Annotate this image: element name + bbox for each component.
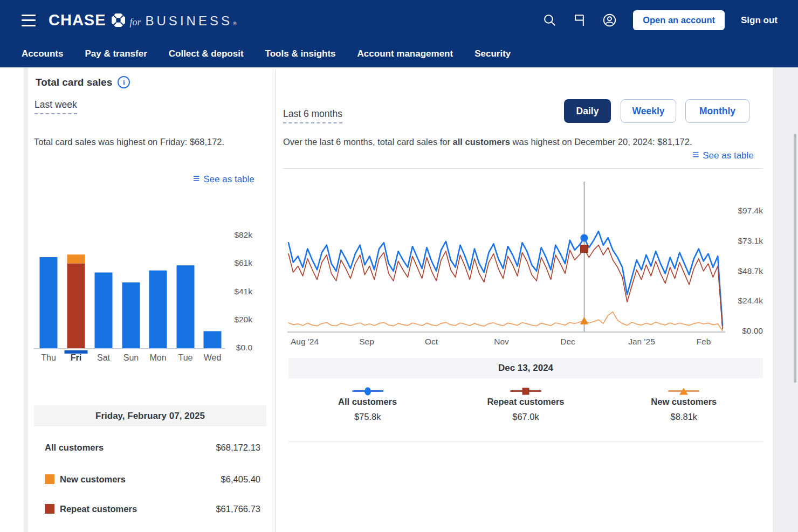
selected-date-band: Dec 13, 2024 xyxy=(288,358,763,378)
legend-item-new-customers: New customers $8.81k xyxy=(605,378,763,441)
open-an-account-button[interactable]: Open an account xyxy=(633,10,725,30)
chart-top-divider xyxy=(283,168,763,169)
bar-axis-label-sun: Sun xyxy=(116,353,146,363)
new-customers-line-marker-icon xyxy=(668,390,699,392)
table-row-repeat-customers: Repeat customers $61,766.73 xyxy=(34,502,266,515)
sign-out-link[interactable]: Sign out xyxy=(741,15,778,26)
legend-item-all-customers: All customers $75.8k xyxy=(288,378,446,441)
chase-business-dashboard: CHASE for BUSINESS ® xyxy=(0,0,798,532)
page-left-edge xyxy=(24,67,28,532)
panel-divider xyxy=(275,70,276,532)
right-period-label[interactable]: Last 6 months xyxy=(283,108,342,123)
repeat-customers-swatch xyxy=(45,504,54,514)
line-ytick: $73.1k xyxy=(725,236,763,246)
bar-ytick: $82k xyxy=(215,230,252,240)
detail-table-header: Friday, February 07, 2025 xyxy=(34,405,266,426)
chase-for-business-logo[interactable]: CHASE for BUSINESS ® xyxy=(49,11,237,29)
left-period-label[interactable]: Last week xyxy=(35,99,77,114)
bar-mon xyxy=(149,271,167,348)
menu-button[interactable] xyxy=(22,15,36,26)
toggle-monthly[interactable]: Monthly xyxy=(685,99,749,123)
chase-wordmark: CHASE xyxy=(49,11,106,29)
page-title: Total card sales xyxy=(36,77,112,88)
line-xtick: Dec xyxy=(545,337,590,347)
bar-sat xyxy=(95,273,113,348)
line-ytick: $0.00 xyxy=(725,326,763,336)
line-xtick: Feb xyxy=(681,337,726,347)
bar-axis-label-fri: Fri xyxy=(61,353,91,363)
search-icon xyxy=(543,13,556,27)
flag-icon xyxy=(573,13,586,27)
table-list-icon xyxy=(193,174,200,185)
nav-item-security[interactable]: Security xyxy=(474,49,511,59)
legend-value: $8.81k xyxy=(671,412,698,422)
bar-axis-label-wed: Wed xyxy=(198,353,227,363)
bar-ytick: $61k xyxy=(215,258,252,268)
line-xtick: Sep xyxy=(344,337,389,347)
series-all xyxy=(288,231,723,325)
nav-item-pay-transfer[interactable]: Pay & transfer xyxy=(85,49,147,59)
legend-item-repeat-customers: Repeat customers $67.0k xyxy=(446,378,604,441)
line-ytick: $97.4k xyxy=(725,206,763,216)
bar-tue xyxy=(177,265,195,348)
repeat-customers-line-marker-icon xyxy=(510,390,541,392)
bar-fri-repeat xyxy=(67,264,85,348)
search-button[interactable] xyxy=(540,10,560,30)
alerts-flag-button[interactable] xyxy=(569,10,589,30)
chart-legend: All customers $75.8k Repeat customers $6… xyxy=(288,378,763,441)
line-xtick: Oct xyxy=(409,337,454,347)
line-ytick: $48.7k xyxy=(725,266,763,276)
six-month-line-chart[interactable] xyxy=(287,178,726,335)
bar-sun xyxy=(122,282,140,348)
legend-value: $75.8k xyxy=(354,412,381,422)
bar-axis-label-tue: Tue xyxy=(171,353,200,363)
scrollbar-thumb[interactable] xyxy=(794,134,796,383)
profile-icon xyxy=(602,13,617,27)
all-customers-line-marker-icon xyxy=(352,390,383,392)
right-see-as-table-link[interactable]: See as table xyxy=(692,150,754,161)
bar-fri-new xyxy=(67,254,85,263)
left-summary-text: Total card sales was highest on Friday: … xyxy=(34,137,224,147)
bar-axis-label-mon: Mon xyxy=(143,353,173,363)
right-summary-text: Over the last 6 months, total card sales… xyxy=(283,137,763,147)
info-icon[interactable] xyxy=(118,76,130,88)
logo-for-word: for xyxy=(130,17,141,28)
nav-item-collect-deposit[interactable]: Collect & deposit xyxy=(169,49,244,59)
primary-navigation: Accounts Pay & transfer Collect & deposi… xyxy=(0,40,798,67)
line-xtick: Jan '25 xyxy=(619,337,664,347)
bar-axis-label-thu: Thu xyxy=(34,353,63,363)
chase-octagon-icon xyxy=(111,13,126,27)
header-utility-row: CHASE for BUSINESS ® xyxy=(0,0,798,40)
bar-thu xyxy=(40,257,58,348)
marker-repeat-square xyxy=(580,245,588,253)
nav-item-accounts[interactable]: Accounts xyxy=(22,49,63,59)
new-customers-swatch xyxy=(45,474,54,484)
toggle-daily[interactable]: Daily xyxy=(564,99,611,123)
table-row-all-customers: All customers $68,172.13 xyxy=(34,441,266,454)
logo-business-word: BUSINESS xyxy=(146,13,232,29)
page-title-row: Total card sales xyxy=(36,76,130,88)
table-list-icon xyxy=(692,150,699,161)
bar-ytick: $20k xyxy=(215,315,252,324)
left-see-as-table-link[interactable]: See as table xyxy=(193,174,254,185)
bar-axis-label-sat: Sat xyxy=(89,353,118,363)
line-ytick: $24.4k xyxy=(725,296,763,306)
toggle-weekly[interactable]: Weekly xyxy=(621,99,676,123)
marker-all-circle xyxy=(580,234,588,241)
trademark-symbol: ® xyxy=(233,21,237,26)
marker-new-triangle xyxy=(580,317,588,324)
bar-ytick: $0.0 xyxy=(215,343,252,353)
bar-ytick: $41k xyxy=(215,287,252,296)
nav-item-tools-insights[interactable]: Tools & insights xyxy=(265,49,336,59)
profile-button[interactable] xyxy=(599,10,620,31)
nav-item-account-management[interactable]: Account management xyxy=(357,49,453,59)
table-row-new-customers: New customers $6,405.40 xyxy=(34,473,266,486)
weekly-bar-chart[interactable] xyxy=(33,229,226,367)
line-xtick: Nov xyxy=(479,337,524,347)
top-navigation-bar: CHASE for BUSINESS ® xyxy=(0,0,798,67)
legend-value: $67.0k xyxy=(512,412,539,422)
series-new xyxy=(288,312,723,330)
menu-icon xyxy=(22,15,36,16)
line-xtick: Aug '24 xyxy=(282,337,327,347)
